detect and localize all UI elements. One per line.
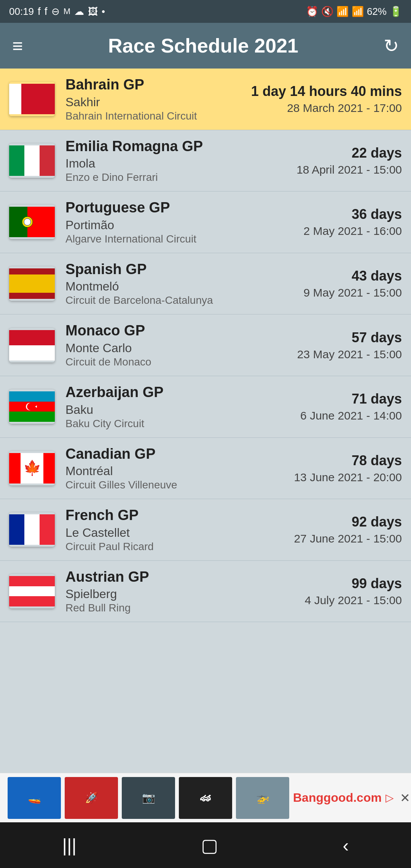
ad-banner[interactable]: 🚤 🚀 📷 🏎 🚁 Banggood.com ▷ ✕ — [0, 773, 411, 822]
cloud-icon: ☁ — [74, 6, 84, 18]
race-countdown-portuguese: 36 days — [295, 206, 402, 222]
race-item-monaco[interactable]: Monaco GP Monte Carlo Circuit de Monaco … — [0, 314, 411, 376]
race-city-french: Le Castellet — [65, 526, 294, 540]
ad-skip-button[interactable]: ▷ — [386, 791, 394, 804]
race-circuit-monaco: Circuit de Monaco — [65, 356, 295, 368]
race-name-bahrain: Bahrain GP — [65, 76, 251, 94]
svg-rect-21 — [43, 453, 55, 483]
svg-rect-26 — [40, 514, 55, 545]
race-item-azerbaijan[interactable]: Azerbaijan GP Baku Baku City Circuit 71 … — [0, 376, 411, 438]
race-name-emilia: Emilia Romagna GP — [65, 138, 295, 155]
battery-icon: 🔋 — [390, 6, 402, 18]
race-item-canadian[interactable]: 🍁 Canadian GP Montréal Circuit Gilles Vi… — [0, 438, 411, 499]
svg-rect-13 — [9, 345, 55, 361]
facebook-icon: f — [38, 5, 41, 18]
race-name-portuguese: Portuguese GP — [65, 199, 295, 217]
race-timing-emilia: 22 days 18 April 2021 - 15:00 — [295, 145, 402, 176]
race-countdown-austrian: 99 days — [295, 576, 402, 592]
race-countdown-emilia: 22 days — [295, 145, 402, 161]
race-item-emilia[interactable]: Emilia Romagna GP Imola Enzo e Dino Ferr… — [0, 130, 411, 192]
flag-austrian — [9, 574, 55, 608]
race-timing-canadian: 78 days 13 June 2021 - 20:00 — [294, 453, 402, 484]
race-info-azerbaijan: Azerbaijan GP Baku Baku City Circuit — [65, 384, 295, 430]
race-city-emilia: Imola — [65, 156, 295, 171]
flag-portuguese — [9, 205, 55, 239]
race-name-spanish: Spanish GP — [65, 261, 295, 278]
menu-button[interactable]: ≡ — [12, 35, 23, 56]
svg-rect-25 — [24, 514, 40, 545]
race-info-french: French GP Le Castellet Circuit Paul Rica… — [65, 507, 294, 553]
alarm-icon: ⏰ — [306, 6, 318, 18]
race-timing-azerbaijan: 71 days 6 June 2021 - 14:00 — [295, 391, 402, 422]
race-info-emilia: Emilia Romagna GP Imola Enzo e Dino Ferr… — [65, 138, 295, 184]
ad-image-5: 🚁 — [236, 777, 289, 819]
battery-text: 62% — [367, 6, 387, 18]
svg-rect-14 — [9, 391, 55, 402]
minus-circle-icon: ⊖ — [51, 6, 60, 18]
ad-close-button[interactable]: ✕ — [400, 791, 410, 805]
ad-text: Banggood.com — [293, 791, 382, 805]
race-item-french[interactable]: French GP Le Castellet Circuit Paul Rica… — [0, 499, 411, 561]
svg-rect-12 — [9, 330, 55, 345]
flag-azerbaijan — [9, 389, 55, 424]
race-info-monaco: Monaco GP Monte Carlo Circuit de Monaco — [65, 322, 295, 368]
race-city-monaco: Monte Carlo — [65, 341, 295, 355]
svg-rect-3 — [9, 145, 24, 176]
signal-icon: 📶 — [352, 6, 364, 18]
ad-controls[interactable]: ▷ ✕ — [386, 791, 410, 805]
flag-bahrain — [9, 82, 55, 116]
race-timing-monaco: 57 days 23 May 2021 - 15:00 — [295, 330, 402, 361]
race-countdown-azerbaijan: 71 days — [295, 391, 402, 407]
race-list: Bahrain GP Sakhir Bahrain International … — [0, 69, 411, 773]
race-date-french: 27 June 2021 - 15:00 — [294, 532, 402, 545]
race-circuit-portuguese: Algarve International Circuit — [65, 233, 295, 245]
svg-rect-1 — [9, 84, 21, 114]
status-bar: 00:19 f f ⊖ M ☁ 🖼 • ⏰ 🔇 📶 📶 62% 🔋 — [0, 0, 411, 23]
status-time: 00:19 — [9, 6, 34, 18]
race-info-spanish: Spanish GP Montmeló Circuit de Barcelona… — [65, 261, 295, 307]
svg-point-9 — [24, 219, 31, 225]
race-countdown-french: 92 days — [294, 514, 402, 530]
ad-image-2: 🚀 — [65, 777, 118, 819]
flag-french — [9, 512, 55, 547]
race-date-bahrain: 28 March 2021 - 17:00 — [251, 102, 402, 115]
back-button[interactable]: ‹ — [320, 827, 371, 863]
race-circuit-spanish: Circuit de Barcelona-Catalunya — [65, 294, 295, 306]
recent-apps-button[interactable]: ||| — [40, 827, 99, 863]
race-date-azerbaijan: 6 June 2021 - 14:00 — [295, 409, 402, 422]
race-item-austrian[interactable]: Austrian GP Spielberg Red Bull Ring 99 d… — [0, 561, 411, 622]
svg-text:🍁: 🍁 — [23, 459, 41, 477]
race-date-portuguese: 2 May 2021 - 16:00 — [295, 225, 402, 238]
race-date-canadian: 13 June 2021 - 20:00 — [294, 471, 402, 484]
nav-bar: ||| ▢ ‹ — [0, 822, 411, 868]
race-timing-bahrain: 1 day 14 hours 40 mins 28 March 2021 - 1… — [251, 83, 402, 115]
race-circuit-bahrain: Bahrain International Circuit — [65, 110, 251, 122]
race-timing-french: 92 days 27 June 2021 - 15:00 — [294, 514, 402, 545]
race-city-spanish: Montmeló — [65, 279, 295, 294]
flag-monaco — [9, 328, 55, 362]
race-item-spanish[interactable]: Spanish GP Montmeló Circuit de Barcelona… — [0, 253, 411, 315]
race-timing-portuguese: 36 days 2 May 2021 - 16:00 — [295, 206, 402, 238]
race-name-canadian: Canadian GP — [65, 445, 294, 463]
race-city-portuguese: Portimão — [65, 218, 295, 232]
home-button[interactable]: ▢ — [178, 827, 241, 863]
svg-rect-24 — [9, 514, 24, 545]
dot-icon: • — [102, 6, 105, 18]
race-date-emilia: 18 April 2021 - 15:00 — [295, 163, 402, 176]
race-circuit-french: Circuit Paul Ricard — [65, 541, 294, 553]
race-name-azerbaijan: Azerbaijan GP — [65, 384, 295, 401]
facebook-icon-2: f — [45, 5, 48, 18]
svg-point-18 — [27, 403, 35, 410]
race-timing-spanish: 43 days 9 May 2021 - 15:00 — [295, 268, 402, 299]
race-item-bahrain[interactable]: Bahrain GP Sakhir Bahrain International … — [0, 69, 411, 130]
race-name-monaco: Monaco GP — [65, 322, 295, 340]
race-city-canadian: Montréal — [65, 464, 294, 478]
svg-rect-29 — [9, 596, 55, 606]
svg-rect-20 — [9, 453, 21, 483]
refresh-button[interactable]: ↻ — [384, 35, 399, 56]
svg-rect-16 — [9, 412, 55, 422]
svg-rect-4 — [24, 145, 40, 176]
race-timing-austrian: 99 days 4 July 2021 - 15:00 — [295, 576, 402, 607]
race-item-portuguese[interactable]: Portuguese GP Portimão Algarve Internati… — [0, 191, 411, 253]
race-circuit-canadian: Circuit Gilles Villeneuve — [65, 479, 294, 491]
